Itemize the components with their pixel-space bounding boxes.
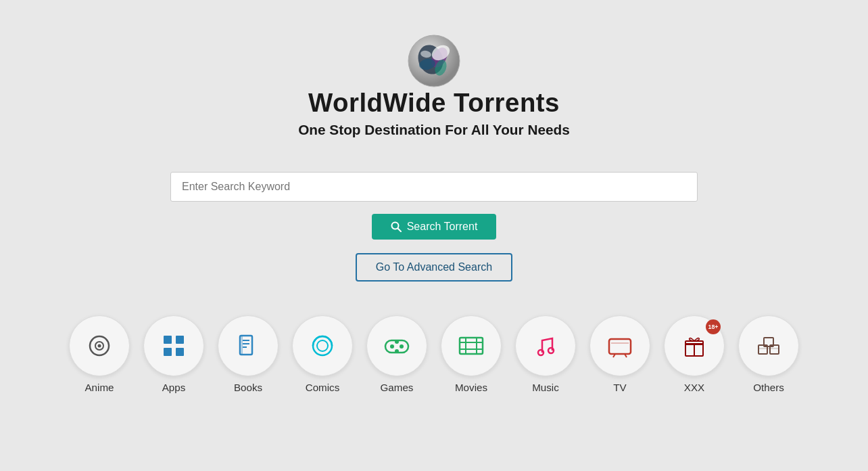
category-item-others[interactable]: Others	[738, 315, 799, 393]
svg-rect-28	[460, 338, 483, 354]
svg-point-22	[317, 340, 328, 351]
svg-rect-15	[176, 348, 184, 356]
games-icon	[383, 332, 411, 360]
category-item-comics[interactable]: Comics	[292, 315, 353, 393]
svg-point-26	[395, 340, 399, 344]
music-icon	[532, 332, 559, 359]
category-label-xxx: XXX	[684, 382, 704, 393]
site-logo	[407, 34, 461, 88]
search-icon	[391, 221, 402, 232]
category-item-xxx[interactable]: 18+ XXX	[664, 315, 725, 393]
category-circle-tv	[589, 315, 650, 376]
category-label-anime: Anime	[85, 382, 114, 393]
category-label-apps: Apps	[162, 382, 186, 393]
category-circle-xxx: 18+	[664, 315, 725, 376]
search-input[interactable]	[170, 172, 698, 202]
svg-rect-14	[164, 348, 172, 356]
category-item-games[interactable]: Games	[366, 315, 427, 393]
category-circle-anime	[69, 315, 130, 376]
svg-point-24	[390, 344, 394, 349]
category-circle-apps	[143, 315, 204, 376]
xxx-badge: 18+	[706, 319, 721, 334]
category-item-books[interactable]: Books	[218, 315, 279, 393]
svg-point-11	[98, 344, 101, 348]
advanced-search-button[interactable]: Go To Advanced Search	[356, 253, 512, 282]
category-item-movies[interactable]: Movies	[441, 315, 502, 393]
category-label-others: Others	[753, 382, 784, 393]
svg-point-34	[548, 348, 554, 353]
category-label-movies: Movies	[455, 382, 487, 393]
svg-point-27	[395, 349, 399, 353]
movies-icon	[457, 332, 485, 360]
category-label-games: Games	[381, 382, 414, 393]
category-circle-music	[515, 315, 576, 376]
category-circle-others	[738, 315, 799, 376]
apps-icon	[160, 332, 187, 359]
category-item-apps[interactable]: Apps	[143, 315, 204, 393]
xxx-icon	[680, 332, 708, 360]
svg-rect-12	[164, 336, 172, 344]
comics-icon	[309, 332, 336, 359]
books-icon	[235, 332, 262, 359]
category-label-tv: TV	[613, 382, 626, 393]
category-item-anime[interactable]: Anime	[69, 315, 130, 393]
category-circle-games	[366, 315, 427, 376]
category-label-music: Music	[532, 382, 559, 393]
anime-icon	[86, 332, 113, 359]
category-circle-movies	[441, 315, 502, 376]
category-circle-books	[218, 315, 279, 376]
tv-icon	[606, 332, 634, 360]
site-subtitle: One Stop Destination For All Your Needs	[298, 122, 570, 138]
svg-rect-20	[241, 336, 243, 355]
category-label-books: Books	[234, 382, 262, 393]
svg-rect-35	[609, 339, 631, 354]
category-circle-comics	[292, 315, 353, 376]
search-button[interactable]: Search Torrent	[372, 214, 497, 240]
svg-rect-13	[176, 336, 184, 344]
categories-section: Anime Apps Books	[69, 315, 799, 413]
category-item-music[interactable]: Music	[515, 315, 576, 393]
category-item-tv[interactable]: TV	[589, 315, 650, 393]
svg-point-33	[538, 350, 544, 355]
site-title: WorldWide Torrents	[308, 88, 560, 118]
others-icon	[754, 332, 783, 360]
svg-point-25	[400, 344, 404, 349]
header: WorldWide Torrents One Stop Destination …	[298, 34, 570, 138]
category-label-comics: Comics	[306, 382, 340, 393]
svg-line-8	[397, 229, 401, 232]
search-section: Search Torrent Go To Advanced Search	[170, 172, 698, 282]
